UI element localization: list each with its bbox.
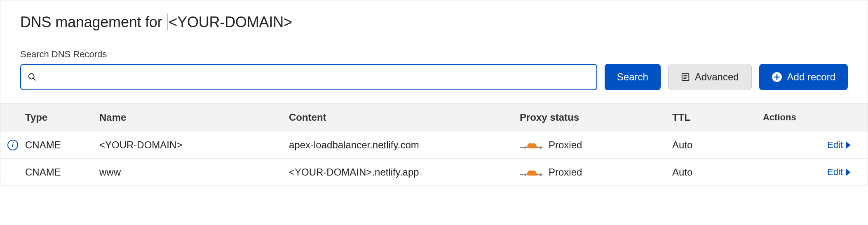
col-header-content: Content (289, 112, 520, 123)
edit-action[interactable]: Edit (763, 140, 868, 150)
table-row: CNAME www <YOUR-DOMAIN>.netlify.app Prox… (0, 159, 868, 186)
row-name: www (99, 166, 289, 178)
svg-point-0 (29, 74, 34, 79)
svg-marker-12 (540, 146, 543, 149)
col-header-actions: Actions (763, 112, 868, 123)
table-row: i CNAME <YOUR-DOMAIN> apex-loadbalancer.… (0, 131, 868, 159)
chevron-right-icon (845, 141, 851, 149)
dns-management-panel: DNS management for <YOUR-DOMAIN> Search … (0, 0, 868, 186)
col-header-type: Type (25, 112, 99, 123)
advanced-button[interactable]: Advanced (668, 64, 752, 90)
edit-label: Edit (827, 140, 843, 150)
col-header-proxy: Proxy status (520, 112, 672, 123)
row-name: <YOUR-DOMAIN> (99, 139, 289, 151)
search-button[interactable]: Search (605, 64, 661, 90)
row-type: CNAME (25, 139, 99, 151)
chevron-right-icon (845, 169, 851, 176)
row-ttl: Auto (672, 166, 763, 178)
controls-row: Search Advanced Add record (20, 64, 848, 90)
title-prefix: DNS management for (20, 14, 166, 30)
edit-action[interactable]: Edit (763, 167, 868, 178)
records-table: Type Name Content Proxy status TTL Actio… (0, 103, 868, 186)
svg-marker-18 (846, 169, 850, 176)
search-label: Search DNS Records (20, 49, 848, 60)
table-header-row: Type Name Content Proxy status TTL Actio… (0, 103, 868, 131)
row-proxy-label: Proxied (549, 166, 582, 178)
row-type: CNAME (25, 166, 99, 178)
plus-circle-icon (772, 72, 782, 82)
search-input[interactable] (37, 65, 590, 89)
advanced-icon (681, 73, 690, 82)
page-title: DNS management for <YOUR-DOMAIN> (20, 14, 848, 31)
title-domain: <YOUR-DOMAIN> (167, 14, 292, 30)
search-button-label: Search (617, 71, 648, 83)
svg-marker-17 (540, 173, 543, 176)
row-content: apex-loadbalancer.netlify.com (289, 139, 520, 151)
row-proxy: Proxied (520, 139, 672, 151)
add-record-button[interactable]: Add record (759, 64, 848, 90)
col-header-name: Name (99, 112, 289, 123)
add-record-button-label: Add record (787, 71, 835, 83)
col-header-ttl: TTL (672, 112, 763, 123)
advanced-button-label: Advanced (695, 71, 739, 83)
svg-marker-13 (846, 141, 850, 149)
info-icon[interactable]: i (7, 140, 18, 150)
svg-line-1 (33, 78, 36, 81)
edit-label: Edit (827, 167, 843, 178)
search-input-container[interactable] (20, 64, 597, 90)
row-proxy-label: Proxied (549, 139, 582, 151)
row-content: <YOUR-DOMAIN>.netlify.app (289, 166, 520, 178)
panel-header: DNS management for <YOUR-DOMAIN> Search … (0, 0, 868, 90)
cloud-proxied-icon (520, 166, 543, 178)
search-icon (28, 73, 37, 82)
row-proxy: Proxied (520, 166, 672, 178)
svg-marker-10 (525, 146, 527, 149)
row-info-cell: i (0, 140, 25, 150)
cloud-proxied-icon (520, 139, 543, 151)
svg-marker-15 (525, 173, 527, 176)
row-ttl: Auto (672, 139, 763, 151)
